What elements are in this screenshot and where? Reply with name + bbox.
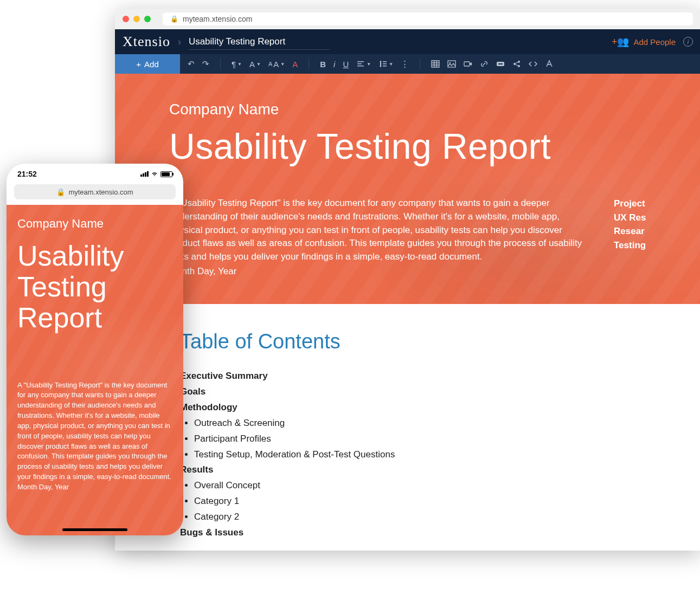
share-icon (512, 60, 521, 68)
toc-item[interactable]: Executive Summary (180, 368, 635, 384)
paragraph-style-button[interactable]: ¶▼ (232, 60, 242, 69)
phone-company-name: Company Name (17, 217, 172, 231)
link-icon (480, 60, 489, 68)
toc-heading: Table of Contents (180, 330, 635, 353)
browser-window: 🔒 myteam.xtensio.com Xtensio › Usability… (115, 9, 700, 551)
hero-meta-line: Testing (614, 238, 646, 253)
toc-subitem[interactable]: Category 1 (194, 494, 635, 509)
document-body[interactable]: Table of Contents Executive Summary Goal… (115, 304, 700, 541)
phone-url-text: myteam.xtensio.com (68, 188, 133, 196)
add-people-button[interactable]: +👥 Add People (612, 36, 676, 48)
toc-subitem[interactable]: Overall Concept (194, 478, 635, 494)
phone-url-bar[interactable]: 🔒 myteam.xtensio.com (14, 184, 176, 199)
link-button[interactable] (480, 60, 489, 68)
undo-button[interactable]: ↶ (188, 59, 195, 69)
align-button[interactable]: ▼ (356, 60, 371, 68)
button-insert-button[interactable] (496, 60, 505, 68)
add-people-label: Add People (633, 37, 676, 47)
phone-date: Month Day, Year (17, 483, 69, 491)
video-icon (464, 60, 472, 68)
more-format-button[interactable]: ⋮ (401, 59, 409, 69)
phone-time: 21:52 (17, 170, 37, 178)
hero-description[interactable]: A "Usability Testing Report" is the key … (169, 197, 592, 278)
wifi-icon (151, 170, 158, 178)
table-icon (431, 60, 440, 68)
lock-icon: 🔒 (56, 188, 65, 196)
phone-description-text: A "Usability Testing Report" is the key … (17, 381, 171, 481)
style-button[interactable] (545, 60, 554, 68)
hero-meta-line: Resear (614, 224, 646, 238)
hero-meta-block[interactable]: Project UX Res Resear Testing (614, 197, 646, 278)
add-people-icon: +👥 (612, 36, 630, 48)
toc-item[interactable]: Bugs & Issues (180, 525, 635, 541)
image-icon (447, 60, 456, 68)
document-main-title[interactable]: Usability Testing Report (169, 128, 646, 165)
battery-icon (160, 171, 172, 177)
toc-subitem[interactable]: Testing Setup, Moderation & Post-Test Qu… (194, 447, 635, 463)
cell-signal-icon (140, 171, 149, 177)
phone-home-indicator[interactable] (62, 528, 127, 531)
toc-item[interactable]: Results (180, 462, 635, 478)
window-minimize-icon[interactable] (133, 16, 140, 22)
add-button-label: Add (144, 60, 159, 69)
browser-chrome: 🔒 myteam.xtensio.com (115, 9, 700, 29)
document-hero: Company Name Usability Testing Report A … (115, 74, 700, 304)
browser-url-text: myteam.xtensio.com (183, 15, 252, 23)
svg-point-7 (518, 65, 520, 67)
info-icon[interactable]: i (683, 37, 693, 47)
lock-icon: 🔒 (170, 15, 178, 23)
window-close-icon[interactable] (123, 16, 129, 22)
company-name[interactable]: Company Name (169, 101, 646, 118)
svg-point-5 (513, 63, 516, 65)
phone-document: Company Name Usability Testing Report A … (7, 205, 183, 535)
phone-doc-title: Usability Testing Report (17, 241, 172, 334)
underline-button[interactable]: U (343, 60, 349, 69)
bold-button[interactable]: B (320, 60, 326, 69)
app-logo[interactable]: Xtensio (123, 34, 170, 50)
phone-status-bar: 21:52 (7, 164, 183, 184)
share-button[interactable] (512, 60, 521, 68)
breadcrumb-separator-icon: › (178, 36, 181, 48)
phone-mockup: 21:52 🔒 myteam.xtensio.com Company Name … (7, 164, 183, 535)
window-maximize-icon[interactable] (144, 16, 151, 22)
hero-meta-line: Project (614, 197, 646, 211)
toc-subitem[interactable]: Category 2 (194, 509, 635, 525)
redo-button[interactable]: ↷ (202, 59, 209, 69)
line-height-icon (378, 60, 387, 68)
toc-subitem[interactable]: Participant Profiles (194, 431, 635, 447)
document-title-input[interactable]: Usability Testing Report (189, 34, 330, 50)
button-icon (496, 60, 505, 68)
hero-meta-line: UX Res (614, 211, 646, 225)
style-icon (545, 60, 554, 68)
italic-button[interactable]: i (333, 60, 335, 69)
line-height-button[interactable]: ▼ (378, 60, 393, 68)
hero-description-text: A "Usability Testing Report" is the key … (169, 198, 582, 262)
svg-point-6 (518, 61, 520, 63)
embed-button[interactable] (529, 60, 537, 68)
svg-rect-0 (448, 61, 455, 67)
toc-item[interactable]: Methodology (180, 400, 635, 416)
plus-icon: + (136, 60, 141, 69)
hero-date: Month Day, Year (169, 265, 592, 279)
toc-subitem[interactable]: Outreach & Screening (194, 416, 635, 431)
toc-list: Executive Summary Goals Methodology Outr… (180, 368, 635, 541)
svg-point-1 (449, 62, 451, 64)
code-icon (529, 60, 537, 68)
text-color-button[interactable]: A (292, 60, 298, 69)
browser-url-bar[interactable]: 🔒 myteam.xtensio.com (163, 12, 693, 25)
editor-toolbar: + Add ↶ ↷ ¶▼ A▼ AA▼ A B i U ▼ ▼ ⋮ (115, 54, 700, 74)
font-family-button[interactable]: A▼ (249, 60, 261, 69)
svg-rect-4 (498, 63, 503, 64)
table-button[interactable] (431, 60, 440, 68)
video-button[interactable] (464, 60, 472, 68)
add-button[interactable]: + Add (115, 54, 180, 74)
align-icon (356, 60, 365, 68)
phone-description: A "Usability Testing Report" is the key … (17, 380, 172, 493)
image-button[interactable] (447, 60, 456, 68)
svg-rect-2 (464, 62, 470, 66)
app-header: Xtensio › Usability Testing Report +👥 Ad… (115, 29, 700, 54)
toc-item[interactable]: Goals (180, 384, 635, 400)
font-size-button[interactable]: AA▼ (268, 60, 285, 69)
